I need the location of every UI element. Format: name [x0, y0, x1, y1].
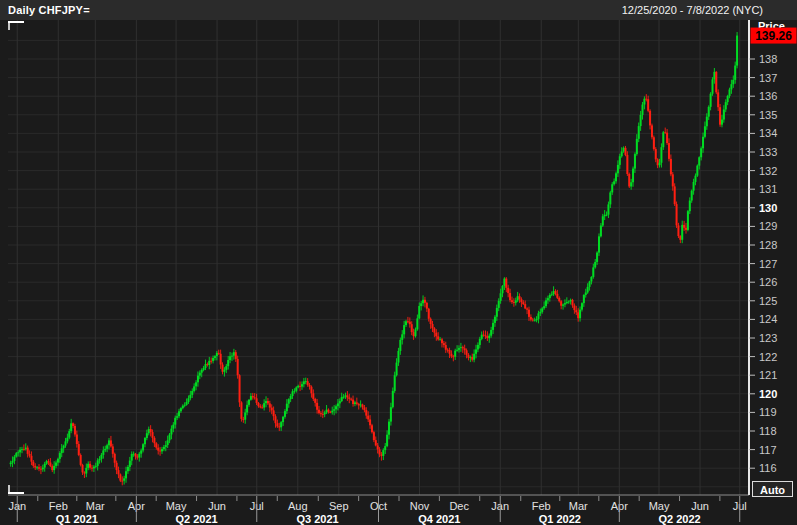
candle-body — [363, 407, 365, 410]
candle-body — [193, 386, 195, 391]
candle-body — [373, 432, 375, 440]
candle-body — [189, 395, 191, 398]
candle-body — [674, 186, 676, 204]
candle-body — [401, 334, 403, 340]
candle-body — [579, 310, 581, 319]
candle-body — [244, 412, 246, 419]
candle-body — [509, 293, 511, 300]
candle-body — [670, 159, 672, 174]
candle-body — [481, 335, 483, 339]
candle-body — [278, 426, 280, 427]
candle-body — [528, 310, 530, 317]
candle-body — [320, 413, 322, 414]
y-tick-label: 134 — [759, 127, 777, 139]
candle-body — [178, 411, 180, 416]
candle-body — [613, 181, 615, 184]
candle-body — [672, 174, 674, 186]
candle-body — [367, 416, 369, 420]
y-tick-label: 125 — [759, 295, 777, 307]
candle-body — [110, 440, 112, 446]
instrument-title: Daily CHFJPY= — [8, 4, 90, 16]
candle-body — [632, 169, 634, 183]
candle-body — [274, 416, 276, 423]
candle-body — [307, 381, 309, 385]
candle-body — [469, 357, 471, 358]
candle-body — [127, 467, 129, 471]
candle-body — [284, 411, 286, 417]
candle-body — [256, 398, 258, 403]
candle-body — [301, 384, 303, 386]
candle-body — [560, 301, 562, 306]
candle-body — [590, 277, 592, 282]
candle-body — [467, 355, 469, 358]
candle-body — [513, 302, 515, 303]
y-tick-label: 120 — [759, 388, 777, 400]
candle-body — [494, 317, 496, 323]
candle-body — [539, 312, 541, 313]
candle-body — [44, 464, 46, 468]
quarter-label: Q1 2021 — [56, 513, 98, 525]
quarter-label: Q4 2021 — [418, 513, 460, 525]
candle-body — [611, 184, 613, 192]
candle-body — [97, 460, 99, 466]
candle-body — [407, 321, 409, 322]
candle-body — [409, 322, 411, 324]
candle-body — [104, 449, 106, 451]
candle-body — [566, 302, 568, 303]
candle-body — [59, 453, 61, 459]
quarter-label: Q2 2022 — [658, 513, 700, 525]
y-tick-label: 119 — [759, 406, 777, 418]
candle-body — [715, 72, 717, 92]
candle-body — [450, 354, 452, 357]
price-chart[interactable]: Price11611711811912012112212312412512612… — [0, 20, 797, 525]
candle-body — [362, 405, 364, 408]
candle-body — [248, 400, 250, 405]
candle-body — [564, 303, 566, 304]
candle-body — [341, 397, 343, 401]
candle-body — [191, 391, 193, 395]
candle-body — [545, 300, 547, 306]
candle-body — [736, 36, 738, 66]
auto-scale-button[interactable]: Auto — [753, 482, 793, 497]
candle-body — [212, 358, 214, 361]
candle-body — [299, 386, 301, 387]
candle-body — [558, 298, 560, 301]
candle-body — [95, 466, 97, 467]
candle-body — [89, 464, 91, 468]
candle-body — [443, 343, 445, 345]
candle-body — [327, 410, 329, 412]
candle-body — [399, 340, 401, 351]
candle-body — [229, 356, 231, 360]
candle-body — [634, 154, 636, 168]
y-tick-label: 117 — [759, 444, 777, 456]
candle-body — [133, 454, 135, 455]
y-tick-label: 136 — [759, 90, 777, 102]
candle-body — [636, 139, 638, 154]
x-axis: JanFebMarAprMayJunJulAugSepOctNovDecJanF… — [8, 496, 746, 525]
candle-body — [456, 350, 458, 351]
candle-body — [570, 300, 572, 302]
candle-body — [403, 325, 405, 334]
candle-body — [66, 438, 68, 442]
month-label: Dec — [449, 500, 469, 512]
candle-body — [167, 440, 169, 445]
candle-body — [337, 403, 339, 406]
candle-body — [290, 396, 292, 399]
candle-body — [388, 422, 390, 435]
candle-body — [352, 400, 354, 404]
candle-body — [719, 107, 721, 124]
month-label: Mar — [86, 500, 105, 512]
candle-body — [585, 292, 587, 295]
candle-body — [498, 301, 500, 308]
candle-body — [76, 435, 78, 445]
candle-body — [662, 132, 664, 147]
candle-body — [176, 416, 178, 418]
candle-body — [331, 411, 333, 413]
candle-body — [136, 456, 138, 457]
candle-body — [227, 360, 229, 366]
candle-body — [522, 302, 524, 304]
candle-body — [46, 461, 48, 464]
candle-body — [250, 396, 252, 400]
candle-body — [572, 300, 574, 306]
candle-body — [626, 155, 628, 174]
